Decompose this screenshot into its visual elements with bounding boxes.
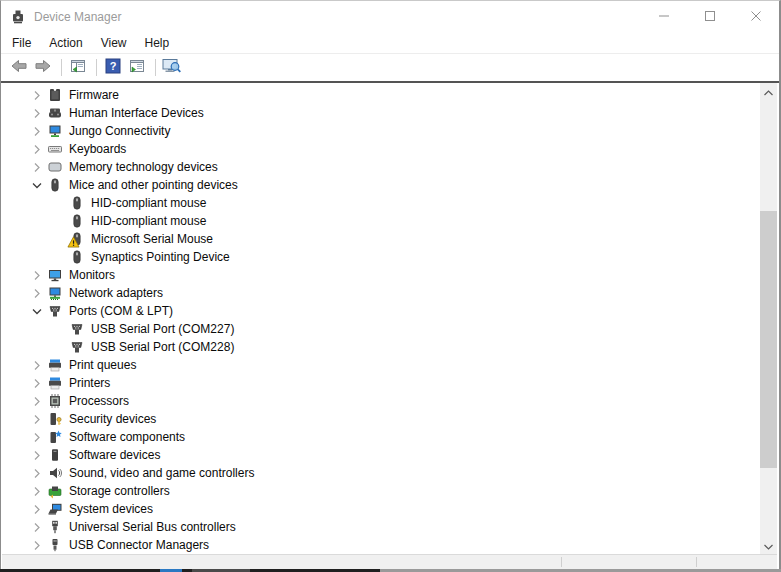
chevron-right-icon[interactable] — [27, 267, 47, 283]
tree-item-jungo-connectivity[interactable]: Jungo Connectivity — [2, 122, 759, 140]
chevron-right-icon[interactable] — [27, 357, 47, 373]
tree-item-network-adapters[interactable]: Network adapters — [2, 284, 759, 302]
toolbar-separator — [96, 59, 97, 76]
tree-indent — [49, 231, 69, 247]
menu-bar: FileActionViewHelp — [1, 32, 779, 54]
tree-item-usb-serial-port-com227[interactable]: USB Serial Port (COM227) — [2, 320, 759, 338]
chevron-right-icon[interactable] — [27, 105, 47, 121]
tree-item-sound-video-and-game-controllers[interactable]: Sound, video and game controllers — [2, 464, 759, 482]
scroll-down-button[interactable] — [760, 537, 777, 554]
back-arrow-icon — [10, 58, 28, 77]
export-list-icon — [129, 58, 145, 77]
maximize-button[interactable] — [687, 1, 733, 32]
tree-item-usb-serial-port-com228[interactable]: USB Serial Port (COM228) — [2, 338, 759, 356]
vertical-scrollbar[interactable] — [760, 83, 777, 554]
tree-item-printers[interactable]: Printers — [2, 374, 759, 392]
device-manager-icon — [10, 9, 26, 25]
minimize-button[interactable] — [641, 1, 687, 32]
menu-view[interactable]: View — [92, 34, 136, 52]
chevron-down-icon — [764, 539, 773, 553]
toolbar-separator — [61, 59, 62, 76]
chevron-right-icon[interactable] — [27, 483, 47, 499]
chevron-right-icon[interactable] — [27, 393, 47, 409]
scroll-up-button[interactable] — [760, 83, 777, 100]
chevron-right-icon[interactable] — [27, 159, 47, 175]
mouse-icon — [69, 213, 85, 229]
window-title: Device Manager — [34, 10, 121, 24]
scan-hardware-changes-button[interactable] — [161, 56, 183, 80]
tree-item-ports-com-lpt[interactable]: Ports (COM & LPT) — [2, 302, 759, 320]
window-controls — [641, 1, 779, 32]
device-tree: Firmware Human Interface Devices Jungo C… — [2, 83, 759, 554]
tree-item-storage-controllers[interactable]: Storage controllers — [2, 482, 759, 500]
show-console-tree-button[interactable] — [67, 56, 89, 80]
tree-item-processors[interactable]: Processors — [2, 392, 759, 410]
chevron-up-icon — [764, 85, 773, 99]
speaker-icon — [47, 465, 63, 481]
forward-button[interactable] — [32, 56, 54, 80]
chevron-right-icon[interactable] — [27, 87, 47, 103]
tree-item-firmware[interactable]: Firmware — [2, 86, 759, 104]
mouse-icon — [69, 231, 85, 247]
chevron-down-icon[interactable] — [27, 303, 47, 319]
tree-item-human-interface-devices[interactable]: Human Interface Devices — [2, 104, 759, 122]
tree-item-software-devices[interactable]: Software devices — [2, 446, 759, 464]
console-tree-icon — [70, 58, 86, 77]
chevron-right-icon[interactable] — [27, 375, 47, 391]
menu-action[interactable]: Action — [40, 34, 91, 52]
chevron-right-icon[interactable] — [27, 447, 47, 463]
tree-item-keyboards[interactable]: Keyboards — [2, 140, 759, 158]
system-device-icon — [47, 501, 63, 517]
chevron-right-icon[interactable] — [27, 519, 47, 535]
title-bar: Device Manager — [1, 1, 779, 32]
storage-controller-icon — [47, 483, 63, 499]
svg-text:?: ? — [110, 60, 117, 72]
tree-item-monitors[interactable]: Monitors — [2, 266, 759, 284]
tree-item-synaptics-pointing-device[interactable]: Synaptics Pointing Device — [2, 248, 759, 266]
close-button[interactable] — [733, 1, 779, 32]
serial-port-icon — [47, 303, 63, 319]
chevron-right-icon[interactable] — [27, 285, 47, 301]
usb-icon — [47, 519, 63, 535]
tree-item-security-devices[interactable]: Security devices — [2, 410, 759, 428]
tree-indent — [49, 213, 69, 229]
device-manager-window: Device Manager FileActionViewHelp ? Firm… — [0, 0, 781, 572]
help-button[interactable]: ? — [102, 56, 124, 80]
back-button[interactable] — [8, 56, 30, 80]
tree-indent — [49, 321, 69, 337]
chevron-right-icon[interactable] — [27, 429, 47, 445]
chevron-right-icon[interactable] — [27, 465, 47, 481]
forward-arrow-icon — [34, 58, 52, 77]
chevron-right-icon[interactable] — [27, 537, 47, 553]
chevron-right-icon[interactable] — [27, 501, 47, 517]
tree-item-software-components[interactable]: Software components — [2, 428, 759, 446]
tree-indent — [49, 339, 69, 355]
usb-connector-icon — [47, 537, 63, 553]
help-icon: ? — [105, 58, 121, 77]
tree-item-universal-serial-bus-controllers[interactable]: Universal Serial Bus controllers — [2, 518, 759, 536]
chevron-right-icon[interactable] — [27, 123, 47, 139]
status-bar — [2, 554, 777, 569]
chevron-down-icon[interactable] — [27, 177, 47, 193]
tree-item-usb-connector-managers[interactable]: USB Connector Managers — [2, 536, 759, 554]
scrollbar-thumb[interactable] — [760, 211, 777, 468]
tree-item-print-queues[interactable]: Print queues — [2, 356, 759, 374]
menu-file[interactable]: File — [3, 34, 40, 52]
tree-item-hid-compliant-mouse[interactable]: HID-compliant mouse — [2, 194, 759, 212]
export-list-button[interactable] — [126, 56, 148, 80]
mouse-icon — [69, 195, 85, 211]
warning-icon — [67, 235, 80, 248]
chevron-right-icon[interactable] — [27, 141, 47, 157]
statusbar-divider — [561, 557, 562, 567]
tree-item-memory-technology-devices[interactable]: Memory technology devices — [2, 158, 759, 176]
statusbar-divider — [696, 557, 697, 567]
menu-help[interactable]: Help — [136, 34, 179, 52]
security-device-icon — [47, 411, 63, 427]
tree-item-system-devices[interactable]: System devices — [2, 500, 759, 518]
tree-item-mice-and-other-pointing-devices[interactable]: Mice and other pointing devices — [2, 176, 759, 194]
tree-item-hid-compliant-mouse[interactable]: HID-compliant mouse — [2, 212, 759, 230]
printer-icon — [47, 375, 63, 391]
tree-indent — [49, 195, 69, 211]
chevron-right-icon[interactable] — [27, 411, 47, 427]
tree-item-microsoft-serial-mouse[interactable]: Microsoft Serial Mouse — [2, 230, 759, 248]
